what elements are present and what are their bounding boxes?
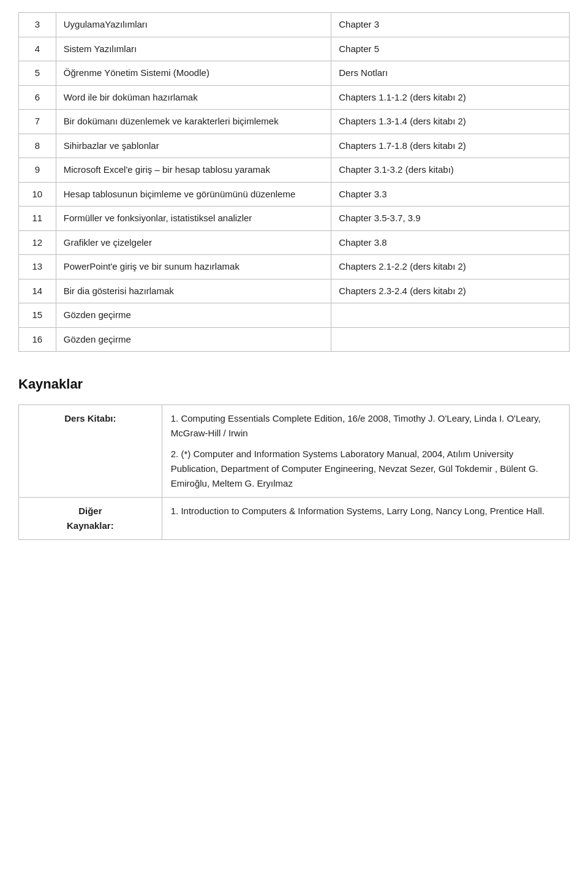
kaynaklar-table: Ders Kitabı: 1. Computing Essentials Com… — [18, 404, 570, 540]
table-row: 11Formüller ve fonksiyonlar, istatistiks… — [19, 207, 570, 231]
row-number: 8 — [19, 134, 56, 158]
row-topic: Bir dia gösterisi hazırlamak — [56, 279, 331, 303]
row-chapter: Chapters 2.1-2.2 (ders kitabı 2) — [331, 255, 570, 279]
row-topic: Formüller ve fonksiyonlar, istatistiksel… — [56, 207, 331, 231]
table-row: 10Hesap tablosunun biçimleme ve görünümü… — [19, 182, 570, 207]
row-chapter: Chapters 2.3-2.4 (ders kitabı 2) — [331, 279, 570, 303]
row-topic: Word ile bir doküman hazırlamak — [56, 85, 331, 110]
table-row: 13PowerPoint'e giriş ve bir sunum hazırl… — [19, 255, 570, 279]
row-number: 15 — [19, 303, 56, 328]
table-row: 8Sihirbazlar ve şablonlarChapters 1.7-1.… — [19, 134, 570, 158]
table-row: 6Word ile bir doküman hazırlamakChapters… — [19, 85, 570, 110]
row-topic: Gözden geçirme — [56, 303, 331, 328]
kaynaklar-title: Kaynaklar — [18, 376, 570, 392]
row-topic: PowerPoint'e giriş ve bir sunum hazırlam… — [56, 255, 331, 279]
table-row: 4Sistem YazılımlarıChapter 5 — [19, 37, 570, 61]
row-number: 6 — [19, 85, 56, 110]
row-chapter: Chapter 3.8 — [331, 230, 570, 255]
row-topic: Bir dokümanı düzenlemek ve karakterleri … — [56, 110, 331, 134]
row-topic: Microsoft Excel'e giriş – bir hesap tabl… — [56, 158, 331, 183]
ders-kitabi-item: 1. Computing Essentials Complete Edition… — [171, 411, 560, 441]
row-chapter: Chapter 3.3 — [331, 182, 570, 207]
row-number: 4 — [19, 37, 56, 61]
table-row: 15Gözden geçirme — [19, 303, 570, 328]
row-chapter: Chapters 1.7-1.8 (ders kitabı 2) — [331, 134, 570, 158]
row-topic: Öğrenme Yönetim Sistemi (Moodle) — [56, 61, 331, 86]
row-number: 7 — [19, 110, 56, 134]
row-topic: Sistem Yazılımları — [56, 37, 331, 61]
row-number: 16 — [19, 327, 56, 352]
row-number: 5 — [19, 61, 56, 86]
row-chapter: Ders Notları — [331, 61, 570, 86]
row-topic: Grafikler ve çizelgeler — [56, 230, 331, 255]
table-row: 16Gözden geçirme — [19, 327, 570, 352]
ders-kitabi-content: 1. Computing Essentials Complete Edition… — [162, 405, 569, 498]
row-chapter — [331, 303, 570, 328]
kaynaklar-section: Kaynaklar Ders Kitabı: 1. Computing Esse… — [18, 376, 570, 540]
diger-label: DiğerKaynaklar: — [19, 498, 162, 540]
row-chapter: Chapters 1.3-1.4 (ders kitabı 2) — [331, 110, 570, 134]
diger-content: 1. Introduction to Computers & Informati… — [162, 498, 569, 540]
row-chapter: Chapter 3.1-3.2 (ders kitabı) — [331, 158, 570, 183]
row-topic: Gözden geçirme — [56, 327, 331, 352]
row-number: 11 — [19, 207, 56, 231]
row-chapter: Chapter 3 — [331, 13, 570, 37]
row-number: 3 — [19, 13, 56, 37]
row-topic: Hesap tablosunun biçimleme ve görünümünü… — [56, 182, 331, 207]
course-table: 3UygulamaYazılımlarıChapter 34Sistem Yaz… — [18, 12, 570, 352]
row-chapter: Chapter 3.5-3.7, 3.9 — [331, 207, 570, 231]
table-row: 14Bir dia gösterisi hazırlamakChapters 2… — [19, 279, 570, 303]
table-row: 5Öğrenme Yönetim Sistemi (Moodle)Ders No… — [19, 61, 570, 86]
row-topic: Sihirbazlar ve şablonlar — [56, 134, 331, 158]
table-row: 12Grafikler ve çizelgelerChapter 3.8 — [19, 230, 570, 255]
row-number: 9 — [19, 158, 56, 183]
row-chapter: Chapters 1.1-1.2 (ders kitabı 2) — [331, 85, 570, 110]
row-topic: UygulamaYazılımları — [56, 13, 331, 37]
diger-item: 1. Introduction to Computers & Informati… — [171, 504, 560, 518]
ders-kitabi-label: Ders Kitabı: — [19, 405, 162, 498]
table-row: 7Bir dokümanı düzenlemek ve karakterleri… — [19, 110, 570, 134]
row-number: 13 — [19, 255, 56, 279]
ders-kitabi-row: Ders Kitabı: 1. Computing Essentials Com… — [19, 405, 570, 498]
table-row: 9Microsoft Excel'e giriş – bir hesap tab… — [19, 158, 570, 183]
row-number: 14 — [19, 279, 56, 303]
row-chapter: Chapter 5 — [331, 37, 570, 61]
row-chapter — [331, 327, 570, 352]
row-number: 10 — [19, 182, 56, 207]
ders-kitabi-item: 2. (*) Computer and Information Systems … — [171, 447, 560, 491]
diger-kaynaklar-row: DiğerKaynaklar: 1. Introduction to Compu… — [19, 498, 570, 540]
table-row: 3UygulamaYazılımlarıChapter 3 — [19, 13, 570, 37]
row-number: 12 — [19, 230, 56, 255]
